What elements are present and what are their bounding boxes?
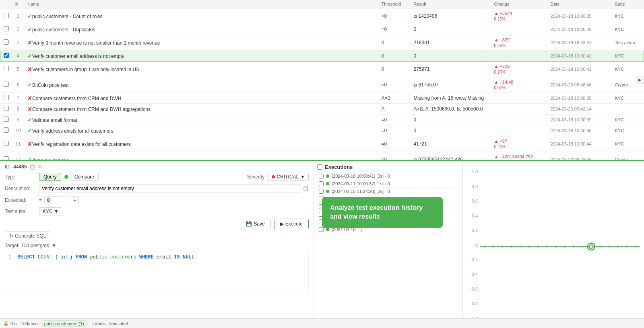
description-label: Description:	[5, 186, 39, 191]
right-panel: Executions [2024-03-18 10:00:41] [0s] - …	[314, 161, 644, 328]
row-checkbox[interactable]	[0, 115, 12, 125]
exec-date: [2024-03-10 ...]	[332, 227, 362, 232]
row-num: 8	[12, 104, 24, 115]
relation-value[interactable]: public.customers (1)	[41, 320, 88, 327]
exec-checkbox[interactable]	[319, 189, 324, 194]
row-result: 1410496	[411, 8, 491, 24]
target-value: DO postgres	[22, 243, 49, 248]
execution-item[interactable]: [2024-03-15 11:24:20] [2s] - 0	[317, 188, 459, 195]
row-change	[491, 125, 547, 136]
tooltip-overlay: Analyze test execution history and view …	[322, 197, 443, 228]
severity-btn[interactable]: CRITICAL ▼	[268, 173, 309, 181]
sql-keyword-from: FROM	[75, 254, 87, 260]
copy-icon[interactable]: 📋	[29, 164, 35, 170]
expected-value-input[interactable]	[44, 196, 68, 204]
id-value: 44465	[13, 164, 27, 170]
table-row[interactable]: 10 ✔Verify address exists for all custom…	[0, 125, 644, 136]
row-suite: KYC	[612, 62, 644, 77]
table-row[interactable]: 8 ✘Compare customers from CRM and DWH ag…	[0, 104, 644, 115]
suite-label: Test suite:	[5, 209, 39, 214]
row-num: 5	[12, 62, 24, 77]
app-container: # Name Threshold Result Change Date Suit…	[0, 0, 644, 328]
row-checkbox[interactable]	[0, 8, 12, 24]
detail-panel: ID: 44465 📋 ⚙ Type: Query Compare Severi…	[0, 161, 314, 328]
row-date: 2024-03-20 08:48:46	[547, 152, 612, 160]
svg-point-20	[555, 246, 556, 247]
status-relation: Relation: public.customers (1)	[21, 320, 87, 327]
svg-point-27	[617, 246, 619, 247]
add-condition-btn[interactable]: +	[71, 196, 79, 204]
row-date: 2024-03-19 16:53:41	[547, 35, 612, 51]
row-name: ✘Compare customers from CRM and DWH aggr…	[24, 104, 378, 115]
row-checkbox[interactable]	[0, 77, 12, 93]
generate-sql-btn[interactable]: ↻ Generate SQL	[5, 232, 50, 240]
row-result: 973959512744​0.436	[411, 152, 491, 160]
scroll-right-arrow[interactable]: ▶	[636, 76, 644, 84]
table-row[interactable]: 3 ✘Verify 3 month revenue is not smaller…	[0, 35, 644, 51]
execution-item[interactable]: [2024-03-17 10:00:37] [1s] - 0	[317, 180, 459, 188]
row-checkbox[interactable]	[0, 35, 12, 51]
row-checkbox[interactable]	[0, 51, 12, 62]
row-suite: KYC	[612, 115, 644, 125]
execute-play-icon: ▶	[280, 221, 284, 227]
svg-point-18	[537, 246, 539, 247]
execution-item[interactable]: [2024-03-18 10:00:41] [0s] - 0	[317, 172, 459, 180]
labels-value: New label	[108, 321, 128, 326]
svg-text:-0.6: -0.6	[470, 287, 478, 291]
execute-button[interactable]: ▶ Execute	[274, 219, 309, 229]
table-row[interactable]: 9 ✔Validate email format =0 0 2024-03-18…	[0, 115, 644, 125]
type-label: Type:	[5, 174, 39, 180]
exec-checkbox[interactable]	[319, 174, 324, 178]
type-query-btn[interactable]: Query	[39, 173, 61, 181]
row-checkbox[interactable]	[0, 125, 12, 136]
target-label: Target:	[5, 243, 20, 248]
row-num: 10	[12, 125, 24, 136]
row-suite: KYC	[612, 93, 644, 104]
table-row[interactable]: 12 ✔Average csupply >0 973959512744​0.43…	[0, 152, 644, 160]
row-checkbox[interactable]	[0, 104, 12, 115]
id-bar: ID: 44465 📋 ⚙	[5, 164, 309, 170]
table-row[interactable]: 4 ✔Verify customer email address is not …	[0, 51, 644, 62]
refresh-icon: ↻	[9, 233, 13, 239]
table-row[interactable]: 6 ✔BitCoin price test >0 61755.07 ▲ +14.…	[0, 77, 644, 93]
row-change: ▲ +35440.25%	[491, 8, 547, 24]
table-row[interactable]: 7 ✘Compare customers from CRM and DWH A=…	[0, 93, 644, 104]
svg-point-16	[519, 246, 521, 247]
row-checkbox[interactable]	[0, 62, 12, 77]
row-checkbox[interactable]	[0, 93, 12, 104]
row-suite: KYC	[612, 8, 644, 24]
suite-select[interactable]: KYC ▼	[39, 207, 62, 215]
svg-point-31	[590, 245, 593, 248]
row-checkbox[interactable]	[0, 136, 12, 152]
row-threshold: 0	[378, 62, 411, 77]
executions-select-all[interactable]	[317, 164, 322, 170]
settings-icon[interactable]: ⚙	[38, 164, 42, 170]
row-threshold: =0	[378, 24, 411, 35]
table-row[interactable]: 2 ✔public.customers - Duplicates =0 0 20…	[0, 24, 644, 35]
description-row: Description: 📋	[5, 184, 309, 193]
row-change	[491, 104, 547, 115]
copy-desc-icon[interactable]: 📋	[303, 186, 309, 191]
sql-table: public.customers	[90, 254, 136, 260]
description-input[interactable]	[39, 184, 301, 193]
save-button[interactable]: 💾 Save	[240, 219, 270, 229]
row-suite: KYC	[612, 125, 644, 136]
row-date: 2024-03-18 10:00:41	[547, 51, 612, 62]
svg-text:-0.8: -0.8	[470, 301, 478, 306]
row-checkbox[interactable]	[0, 24, 12, 35]
row-checkbox[interactable]	[0, 152, 12, 160]
sql-fn-count: COUNT	[38, 254, 52, 260]
sql-keyword-select: SELECT	[17, 254, 35, 260]
table-row[interactable]: 5 ✘Verify customers in group 1 are only …	[0, 62, 644, 77]
sql-col-email: email	[157, 254, 171, 260]
table-row[interactable]: 1 ✔public.customers - Count of rows >0 1…	[0, 8, 644, 24]
exec-checkbox[interactable]	[319, 227, 324, 232]
row-suite	[612, 104, 644, 115]
type-compare-btn[interactable]: Compare	[70, 173, 99, 181]
svg-text:0.8: 0.8	[472, 184, 478, 189]
table-row[interactable]: 11 ✘Verify registration date exists for …	[0, 136, 644, 152]
row-date: 2024-03-18 10:00:40	[547, 125, 612, 136]
severity-section: Severity: CRITICAL ▼	[247, 173, 309, 181]
row-name: ✘Compare customers from CRM and DWH	[24, 93, 378, 104]
exec-checkbox[interactable]	[319, 181, 324, 186]
